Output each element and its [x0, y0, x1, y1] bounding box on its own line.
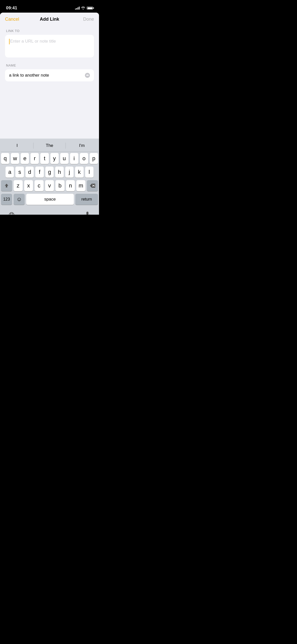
- clear-icon: ✕: [86, 74, 89, 77]
- key-g[interactable]: g: [45, 167, 54, 178]
- key-b[interactable]: b: [55, 180, 64, 191]
- globe-button[interactable]: [6, 209, 17, 215]
- key-h[interactable]: h: [55, 167, 63, 178]
- key-p[interactable]: p: [90, 153, 98, 164]
- battery-icon: [87, 7, 93, 10]
- key-q[interactable]: q: [1, 153, 9, 164]
- done-button[interactable]: Done: [76, 17, 94, 22]
- name-value: a link to another note: [9, 73, 85, 78]
- key-y[interactable]: y: [50, 153, 59, 164]
- key-z[interactable]: z: [14, 180, 23, 191]
- emoji-key[interactable]: ☺: [14, 194, 25, 205]
- key-x[interactable]: x: [24, 180, 33, 191]
- link-to-input[interactable]: Enter a URL or note title: [5, 35, 94, 57]
- key-n[interactable]: n: [66, 180, 75, 191]
- predictive-item-3[interactable]: I'm: [66, 143, 98, 149]
- return-key[interactable]: return: [75, 194, 98, 205]
- page-title: Add Link: [23, 17, 76, 22]
- backspace-icon: [90, 184, 95, 188]
- link-to-label: LINK TO: [5, 29, 94, 33]
- key-row-1: q w e r t y u i o p: [1, 153, 98, 164]
- key-f[interactable]: f: [35, 167, 44, 178]
- key-l[interactable]: l: [85, 167, 93, 178]
- svg-rect-7: [86, 212, 88, 215]
- key-v[interactable]: v: [45, 180, 54, 191]
- name-label: NAME: [5, 63, 94, 67]
- name-section: NAME a link to another note ✕: [0, 59, 99, 83]
- key-m[interactable]: m: [76, 180, 85, 191]
- content-spacer: [0, 83, 99, 124]
- cancel-button[interactable]: Cancel: [5, 17, 23, 22]
- keyboard: I The I'm q w e r t y u i o p a s d f g …: [0, 139, 99, 215]
- predictive-item-2[interactable]: The: [34, 143, 66, 149]
- key-r[interactable]: r: [30, 153, 39, 164]
- clear-button[interactable]: ✕: [85, 73, 90, 78]
- shift-key[interactable]: [1, 180, 12, 191]
- key-t[interactable]: t: [40, 153, 49, 164]
- signal-icon: [75, 7, 80, 10]
- name-input[interactable]: a link to another note ✕: [5, 69, 94, 81]
- mic-button[interactable]: [82, 209, 93, 215]
- key-row-3: z x c v b n m: [1, 180, 98, 191]
- status-icons: [75, 7, 93, 10]
- bottom-bar: [1, 207, 98, 215]
- mic-icon: [85, 211, 90, 215]
- link-to-placeholder: Enter a URL or note title: [10, 38, 56, 44]
- key-o[interactable]: o: [80, 153, 88, 164]
- key-c[interactable]: c: [35, 180, 44, 191]
- emoji-icon: ☺: [16, 196, 22, 203]
- space-key-label: space: [44, 197, 56, 202]
- key-row-2: a s d f g h j k l: [1, 167, 98, 178]
- key-i[interactable]: i: [70, 153, 78, 164]
- space-key[interactable]: space: [26, 194, 74, 205]
- globe-icon: [8, 212, 15, 215]
- return-key-label: return: [81, 197, 92, 202]
- key-a[interactable]: a: [6, 167, 14, 178]
- status-time: 09:41: [6, 6, 17, 11]
- key-k[interactable]: k: [75, 167, 83, 178]
- key-j[interactable]: j: [65, 167, 74, 178]
- key-w[interactable]: w: [11, 153, 19, 164]
- predictive-bar: I The I'm: [1, 141, 98, 152]
- key-e[interactable]: e: [21, 153, 29, 164]
- wifi-icon: [81, 7, 85, 10]
- link-to-section: LINK TO Enter a URL or note title: [0, 25, 99, 59]
- key-row-4: 123 ☺ space return: [1, 194, 98, 205]
- status-bar: 09:41: [0, 0, 99, 13]
- nav-bar: Cancel Add Link Done: [0, 13, 99, 25]
- number-key[interactable]: 123: [1, 194, 12, 205]
- number-key-label: 123: [3, 197, 10, 202]
- backspace-key[interactable]: [87, 180, 98, 191]
- predictive-item-1[interactable]: I: [1, 143, 33, 149]
- key-d[interactable]: d: [25, 167, 34, 178]
- shift-icon: [4, 183, 9, 188]
- main-content: Cancel Add Link Done LINK TO Enter a URL…: [0, 13, 99, 139]
- text-cursor: [9, 39, 10, 44]
- key-s[interactable]: s: [15, 167, 24, 178]
- key-u[interactable]: u: [60, 153, 69, 164]
